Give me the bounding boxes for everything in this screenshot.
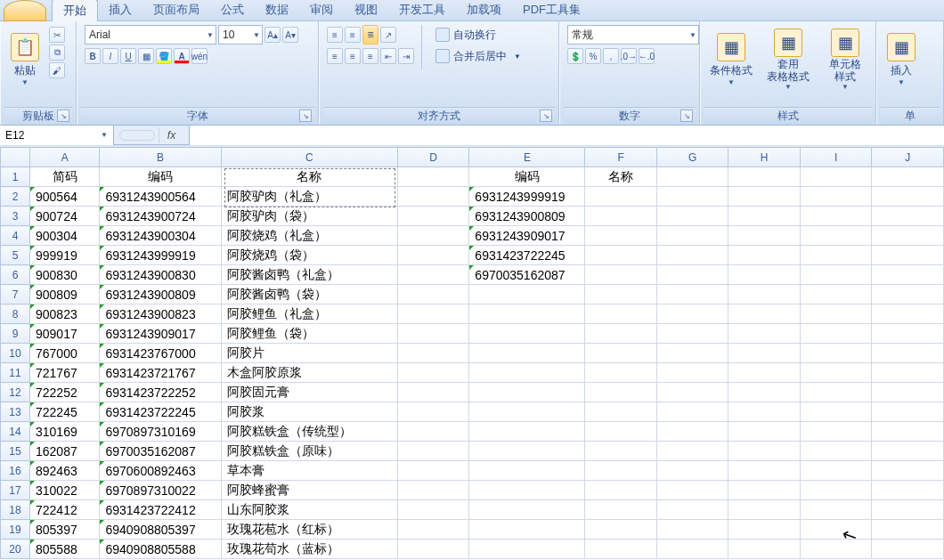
cell-D10[interactable] (397, 344, 469, 363)
cell-F20[interactable] (585, 540, 657, 559)
cell-F5[interactable] (585, 246, 657, 265)
col-header-B[interactable]: B (100, 148, 221, 167)
cell-E13[interactable] (469, 402, 585, 422)
insert-cells-button[interactable]: ▦插入▼ (881, 25, 922, 94)
cell-H4[interactable] (728, 226, 801, 246)
cell-F9[interactable] (585, 324, 657, 344)
cell-I4[interactable] (800, 226, 872, 246)
cell-I14[interactable] (800, 422, 872, 442)
tab-页面布局[interactable]: 页面布局 (142, 0, 210, 21)
cell-I12[interactable] (800, 383, 872, 402)
cell-C14[interactable]: 阿胶糕铁盒（传统型） (221, 422, 397, 442)
cell-C5[interactable]: 阿胶烧鸡（袋） (221, 246, 397, 265)
cell-G20[interactable] (656, 540, 728, 559)
cell-I3[interactable] (800, 207, 872, 226)
row-header-17[interactable]: 17 (1, 481, 30, 500)
cell-J16[interactable] (872, 461, 944, 481)
cell-A19[interactable]: 805397 (30, 520, 100, 540)
cell-G18[interactable] (656, 500, 728, 520)
row-header-16[interactable]: 16 (1, 461, 30, 481)
cell-I20[interactable] (800, 540, 872, 559)
cell-C19[interactable]: 玫瑰花苞水（红标） (221, 520, 397, 540)
cell-E20[interactable] (469, 540, 585, 559)
cell-H11[interactable] (728, 363, 801, 383)
cell-F18[interactable] (585, 500, 657, 520)
border-button[interactable]: ▦ (138, 48, 154, 64)
cell-C8[interactable]: 阿胶鲤鱼（礼盒） (221, 304, 397, 324)
cell-C6[interactable]: 阿胶酱卤鸭（礼盒） (221, 265, 397, 285)
conditional-format-button[interactable]: ▦条件格式▼ (704, 25, 758, 94)
font-name-combo[interactable]: Arial▼ (85, 25, 216, 45)
cell-I13[interactable] (800, 402, 872, 422)
cell-F7[interactable] (585, 285, 657, 304)
cell-A5[interactable]: 999919 (30, 246, 100, 265)
paste-button[interactable]: 📋 粘贴 ▼ (4, 25, 45, 94)
fx-button[interactable]: fx (159, 127, 183, 143)
increase-decimal-button[interactable]: .0→ (621, 48, 637, 64)
cell-F16[interactable] (585, 461, 657, 481)
cell-I18[interactable] (800, 500, 872, 520)
row-header-18[interactable]: 18 (1, 500, 30, 520)
cell-G12[interactable] (656, 383, 728, 402)
cell-I5[interactable] (800, 246, 872, 265)
cell-J19[interactable] (872, 520, 944, 540)
row-header-8[interactable]: 8 (1, 304, 30, 324)
cell-E8[interactable] (469, 304, 585, 324)
cell-A3[interactable]: 900724 (30, 207, 100, 226)
cell-F17[interactable] (585, 481, 657, 500)
cell-D15[interactable] (397, 442, 469, 461)
cell-H18[interactable] (728, 500, 801, 520)
cell-J2[interactable] (872, 187, 944, 207)
row-header-9[interactable]: 9 (1, 324, 30, 344)
cell-G7[interactable] (656, 285, 728, 304)
tab-插入[interactable]: 插入 (98, 0, 142, 21)
cell-C12[interactable]: 阿胶固元膏 (221, 383, 397, 402)
cell-C1[interactable]: 名称 (221, 167, 397, 187)
cell-I2[interactable] (800, 187, 872, 207)
cell-F6[interactable] (585, 265, 657, 285)
row-header-12[interactable]: 12 (1, 383, 30, 402)
col-header-J[interactable]: J (872, 148, 944, 167)
cell-H13[interactable] (728, 402, 801, 422)
cell-C7[interactable]: 阿胶酱卤鸭（袋） (221, 285, 397, 304)
cell-A4[interactable]: 900304 (30, 226, 100, 246)
cell-J9[interactable] (872, 324, 944, 344)
cell-D4[interactable] (397, 226, 469, 246)
col-header-C[interactable]: C (221, 148, 397, 167)
indent-decrease-button[interactable]: ⇤ (380, 48, 396, 64)
cell-A6[interactable]: 900830 (30, 265, 100, 285)
cell-J8[interactable] (872, 304, 944, 324)
cell-D1[interactable] (397, 167, 469, 187)
cell-G9[interactable] (656, 324, 728, 344)
italic-button[interactable]: I (102, 48, 118, 64)
cell-B10[interactable]: 6931423767000 (100, 344, 221, 363)
cell-J4[interactable] (872, 226, 944, 246)
cell-J10[interactable] (872, 344, 944, 363)
cell-A2[interactable]: 900564 (30, 187, 100, 207)
cell-J7[interactable] (872, 285, 944, 304)
cell-I6[interactable] (800, 265, 872, 285)
cell-B7[interactable]: 6931243900809 (100, 285, 221, 304)
cell-H3[interactable] (728, 207, 801, 226)
cell-I1[interactable] (800, 167, 872, 187)
row-header-6[interactable]: 6 (1, 265, 30, 285)
cell-C17[interactable]: 阿胶蜂蜜膏 (221, 481, 397, 500)
row-header-14[interactable]: 14 (1, 422, 30, 442)
cell-E10[interactable] (469, 344, 585, 363)
cell-G15[interactable] (656, 442, 728, 461)
cell-C4[interactable]: 阿胶烧鸡（礼盒） (221, 226, 397, 246)
cell-G8[interactable] (656, 304, 728, 324)
cell-D5[interactable] (397, 246, 469, 265)
cell-D14[interactable] (397, 422, 469, 442)
cell-H20[interactable] (728, 540, 801, 559)
cell-J11[interactable] (872, 363, 944, 383)
cell-I11[interactable] (800, 363, 872, 383)
accounting-format-button[interactable]: 💲 (567, 48, 583, 64)
cell-I8[interactable] (800, 304, 872, 324)
cell-G5[interactable] (656, 246, 728, 265)
align-right-button[interactable]: ≡ (362, 48, 378, 64)
cell-A9[interactable]: 909017 (30, 324, 100, 344)
cell-B9[interactable]: 6931243909017 (100, 324, 221, 344)
cell-D7[interactable] (397, 285, 469, 304)
row-header-10[interactable]: 10 (1, 344, 30, 363)
